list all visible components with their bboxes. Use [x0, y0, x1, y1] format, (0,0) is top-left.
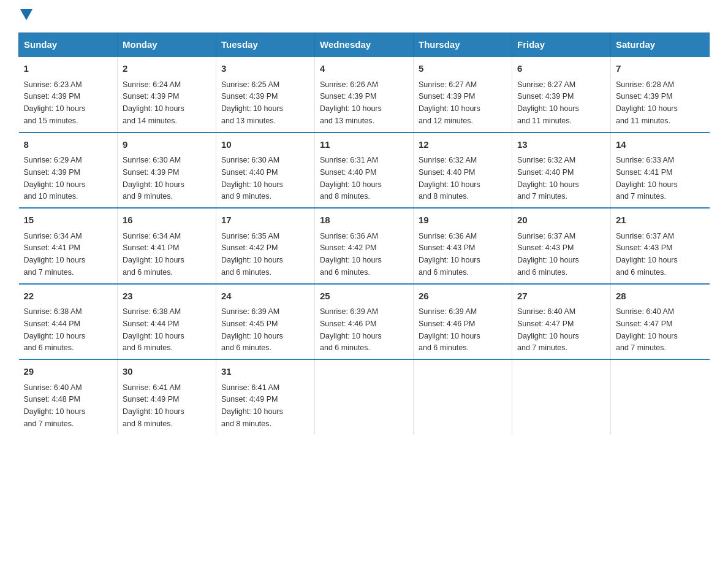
day-info: Sunrise: 6:35 AMSunset: 4:42 PMDaylight:…	[221, 232, 283, 277]
calendar-cell: 24Sunrise: 6:39 AMSunset: 4:45 PMDayligh…	[216, 284, 315, 360]
day-number: 18	[320, 213, 408, 228]
day-info: Sunrise: 6:31 AMSunset: 4:40 PMDaylight:…	[320, 156, 382, 201]
day-info: Sunrise: 6:33 AMSunset: 4:41 PMDaylight:…	[616, 156, 678, 201]
day-info: Sunrise: 6:38 AMSunset: 4:44 PMDaylight:…	[24, 307, 86, 352]
calendar-cell: 17Sunrise: 6:35 AMSunset: 4:42 PMDayligh…	[216, 208, 315, 284]
calendar-cell: 19Sunrise: 6:36 AMSunset: 4:43 PMDayligh…	[414, 208, 512, 284]
day-info: Sunrise: 6:41 AMSunset: 4:49 PMDaylight:…	[221, 383, 283, 428]
day-number: 27	[517, 289, 605, 304]
day-number: 14	[616, 138, 705, 152]
day-number: 21	[616, 213, 705, 228]
calendar-cell: 28Sunrise: 6:40 AMSunset: 4:47 PMDayligh…	[611, 284, 710, 360]
day-info: Sunrise: 6:34 AMSunset: 4:41 PMDaylight:…	[123, 232, 184, 277]
calendar-header-row: SundayMondayTuesdayWednesdayThursdayFrid…	[19, 33, 710, 57]
day-number: 22	[24, 289, 113, 304]
header-tuesday: Tuesday	[216, 33, 315, 57]
calendar-cell	[414, 359, 512, 435]
day-number: 12	[419, 138, 507, 152]
calendar-cell: 22Sunrise: 6:38 AMSunset: 4:44 PMDayligh…	[19, 284, 118, 360]
calendar-cell: 27Sunrise: 6:40 AMSunset: 4:47 PMDayligh…	[512, 284, 611, 360]
calendar-cell: 9Sunrise: 6:30 AMSunset: 4:39 PMDaylight…	[118, 132, 216, 209]
calendar-cell: 25Sunrise: 6:39 AMSunset: 4:46 PMDayligh…	[315, 284, 414, 360]
day-info: Sunrise: 6:30 AMSunset: 4:39 PMDaylight:…	[123, 156, 184, 201]
day-number: 19	[419, 213, 507, 228]
calendar-week-row: 15Sunrise: 6:34 AMSunset: 4:41 PMDayligh…	[19, 208, 710, 284]
day-info: Sunrise: 6:32 AMSunset: 4:40 PMDaylight:…	[517, 156, 579, 201]
calendar-cell: 8Sunrise: 6:29 AMSunset: 4:39 PMDaylight…	[19, 132, 118, 209]
day-number: 20	[517, 213, 605, 228]
day-number: 6	[517, 62, 605, 76]
day-number: 9	[123, 138, 211, 152]
calendar-cell: 15Sunrise: 6:34 AMSunset: 4:41 PMDayligh…	[19, 208, 118, 284]
day-number: 29	[24, 365, 113, 379]
calendar-cell	[611, 359, 710, 435]
day-info: Sunrise: 6:38 AMSunset: 4:44 PMDaylight:…	[123, 307, 184, 352]
day-info: Sunrise: 6:36 AMSunset: 4:42 PMDaylight:…	[320, 232, 382, 277]
calendar-cell: 2Sunrise: 6:24 AMSunset: 4:39 PMDaylight…	[118, 56, 216, 132]
calendar-cell: 4Sunrise: 6:26 AMSunset: 4:39 PMDaylight…	[315, 56, 414, 132]
day-number: 13	[517, 138, 605, 152]
day-info: Sunrise: 6:34 AMSunset: 4:41 PMDaylight:…	[24, 232, 86, 277]
day-info: Sunrise: 6:40 AMSunset: 4:47 PMDaylight:…	[616, 307, 678, 352]
day-number: 26	[419, 289, 507, 304]
day-info: Sunrise: 6:26 AMSunset: 4:39 PMDaylight:…	[320, 80, 382, 125]
calendar-cell: 1Sunrise: 6:23 AMSunset: 4:39 PMDaylight…	[19, 56, 118, 132]
day-number: 3	[221, 62, 309, 76]
day-info: Sunrise: 6:27 AMSunset: 4:39 PMDaylight:…	[419, 80, 480, 125]
calendar-cell: 21Sunrise: 6:37 AMSunset: 4:43 PMDayligh…	[611, 208, 710, 284]
day-number: 23	[123, 289, 211, 304]
day-number: 28	[616, 289, 705, 304]
logo	[18, 12, 32, 20]
header-monday: Monday	[118, 33, 216, 57]
day-info: Sunrise: 6:36 AMSunset: 4:43 PMDaylight:…	[419, 232, 480, 277]
calendar-cell	[315, 359, 414, 435]
calendar-cell: 7Sunrise: 6:28 AMSunset: 4:39 PMDaylight…	[611, 56, 710, 132]
day-number: 10	[221, 138, 309, 152]
calendar-cell: 12Sunrise: 6:32 AMSunset: 4:40 PMDayligh…	[414, 132, 512, 209]
calendar-cell: 11Sunrise: 6:31 AMSunset: 4:40 PMDayligh…	[315, 132, 414, 209]
day-info: Sunrise: 6:39 AMSunset: 4:46 PMDaylight:…	[419, 307, 480, 352]
day-number: 30	[123, 365, 211, 379]
calendar-week-row: 22Sunrise: 6:38 AMSunset: 4:44 PMDayligh…	[19, 284, 710, 360]
calendar-cell: 16Sunrise: 6:34 AMSunset: 4:41 PMDayligh…	[118, 208, 216, 284]
calendar-cell: 30Sunrise: 6:41 AMSunset: 4:49 PMDayligh…	[118, 359, 216, 435]
day-number: 16	[123, 213, 211, 228]
day-number: 4	[320, 62, 408, 76]
day-number: 24	[221, 289, 309, 304]
calendar-cell: 18Sunrise: 6:36 AMSunset: 4:42 PMDayligh…	[315, 208, 414, 284]
calendar-cell: 5Sunrise: 6:27 AMSunset: 4:39 PMDaylight…	[414, 56, 512, 132]
day-info: Sunrise: 6:23 AMSunset: 4:39 PMDaylight:…	[24, 80, 86, 125]
calendar-cell: 13Sunrise: 6:32 AMSunset: 4:40 PMDayligh…	[512, 132, 611, 209]
day-info: Sunrise: 6:39 AMSunset: 4:45 PMDaylight:…	[221, 307, 283, 352]
day-info: Sunrise: 6:28 AMSunset: 4:39 PMDaylight:…	[616, 80, 678, 125]
header-wednesday: Wednesday	[315, 33, 414, 57]
day-info: Sunrise: 6:37 AMSunset: 4:43 PMDaylight:…	[517, 232, 579, 277]
day-number: 11	[320, 138, 408, 152]
calendar-week-row: 29Sunrise: 6:40 AMSunset: 4:48 PMDayligh…	[19, 359, 710, 435]
day-number: 7	[616, 62, 705, 76]
day-info: Sunrise: 6:40 AMSunset: 4:47 PMDaylight:…	[517, 307, 579, 352]
day-info: Sunrise: 6:41 AMSunset: 4:49 PMDaylight:…	[123, 383, 184, 428]
day-number: 5	[419, 62, 507, 76]
header-sunday: Sunday	[19, 33, 118, 57]
day-number: 25	[320, 289, 408, 304]
calendar-cell: 26Sunrise: 6:39 AMSunset: 4:46 PMDayligh…	[414, 284, 512, 360]
calendar-cell: 31Sunrise: 6:41 AMSunset: 4:49 PMDayligh…	[216, 359, 315, 435]
day-info: Sunrise: 6:30 AMSunset: 4:40 PMDaylight:…	[221, 156, 283, 201]
day-info: Sunrise: 6:27 AMSunset: 4:39 PMDaylight:…	[517, 80, 579, 125]
day-info: Sunrise: 6:40 AMSunset: 4:48 PMDaylight:…	[24, 383, 86, 428]
day-info: Sunrise: 6:32 AMSunset: 4:40 PMDaylight:…	[419, 156, 480, 201]
day-info: Sunrise: 6:24 AMSunset: 4:39 PMDaylight:…	[123, 80, 184, 125]
calendar-cell	[512, 359, 611, 435]
calendar-table: SundayMondayTuesdayWednesdayThursdayFrid…	[18, 33, 710, 435]
logo-triangle-icon	[20, 9, 32, 20]
header-friday: Friday	[512, 33, 611, 57]
calendar-week-row: 1Sunrise: 6:23 AMSunset: 4:39 PMDaylight…	[19, 56, 710, 132]
day-number: 2	[123, 62, 211, 76]
day-number: 17	[221, 213, 309, 228]
calendar-week-row: 8Sunrise: 6:29 AMSunset: 4:39 PMDaylight…	[19, 132, 710, 209]
calendar-cell: 23Sunrise: 6:38 AMSunset: 4:44 PMDayligh…	[118, 284, 216, 360]
day-info: Sunrise: 6:39 AMSunset: 4:46 PMDaylight:…	[320, 307, 382, 352]
calendar-cell: 6Sunrise: 6:27 AMSunset: 4:39 PMDaylight…	[512, 56, 611, 132]
page-header	[18, 12, 710, 20]
